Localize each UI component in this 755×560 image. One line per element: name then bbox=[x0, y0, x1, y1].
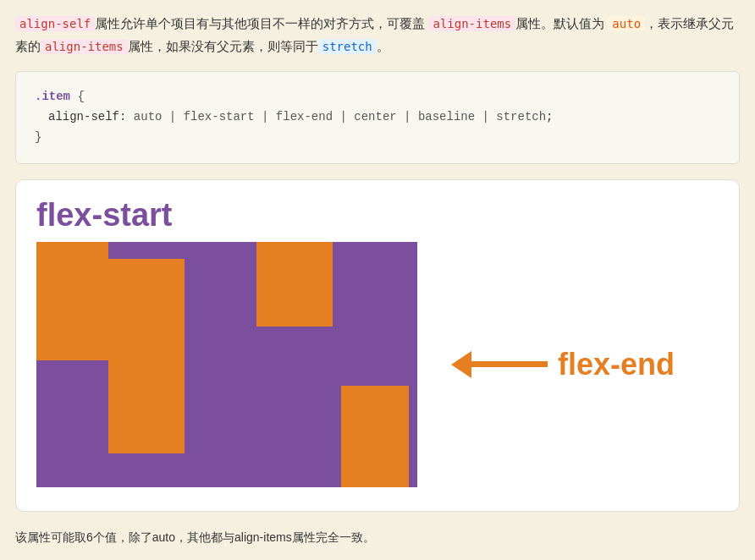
flex-container bbox=[36, 242, 417, 487]
flex-col-1 bbox=[36, 242, 108, 487]
code-selector: .item bbox=[35, 90, 70, 103]
arrow-shaft bbox=[471, 361, 548, 367]
footer-text: 该属性可能取6个值，除了auto，其他都与align-items属性完全一致。 bbox=[15, 527, 740, 548]
intro-paragraph: align-self属性允许单个项目有与其他项目不一样的对齐方式，可覆盖 ali… bbox=[15, 12, 740, 58]
flex-col-5 bbox=[333, 242, 417, 487]
box-1 bbox=[36, 242, 108, 360]
code-align-self: align-self bbox=[15, 16, 95, 31]
flex-col-3 bbox=[185, 242, 256, 487]
code-block: .item { align-self: auto | flex-start | … bbox=[15, 71, 740, 163]
intro-text-5: 。 bbox=[377, 39, 389, 53]
code-values: auto | flex-start | flex-end | center | … bbox=[134, 110, 546, 124]
box-2 bbox=[108, 259, 185, 453]
intro-text-2: 属性。默认值为 bbox=[515, 16, 604, 30]
code-stretch: stretch bbox=[318, 39, 377, 54]
code-align-items-2: align-items bbox=[41, 39, 128, 54]
demo-container: flex-start bbox=[15, 179, 740, 512]
flex-col-2 bbox=[108, 242, 185, 487]
intro-text-1: 属性允许单个项目有与其他项目不一样的对齐方式，可覆盖 bbox=[95, 16, 425, 30]
flex-end-annotation: flex-end bbox=[451, 347, 675, 382]
intro-text-4: 属性，如果没有父元素，则等同于 bbox=[128, 39, 318, 53]
box-flex-end bbox=[341, 386, 409, 487]
flex-end-label: flex-end bbox=[558, 347, 675, 382]
code-align-items-1: align-items bbox=[428, 16, 515, 31]
arrow-group bbox=[451, 351, 548, 378]
arrow-head-icon bbox=[451, 351, 471, 378]
diagram-row: flex-end bbox=[36, 242, 719, 487]
box-3 bbox=[256, 242, 333, 327]
code-auto: auto bbox=[608, 16, 645, 31]
flex-start-label: flex-start bbox=[36, 197, 719, 233]
flex-col-4 bbox=[256, 242, 333, 487]
code-property: align-self: auto | flex-start | flex-end… bbox=[48, 107, 720, 128]
